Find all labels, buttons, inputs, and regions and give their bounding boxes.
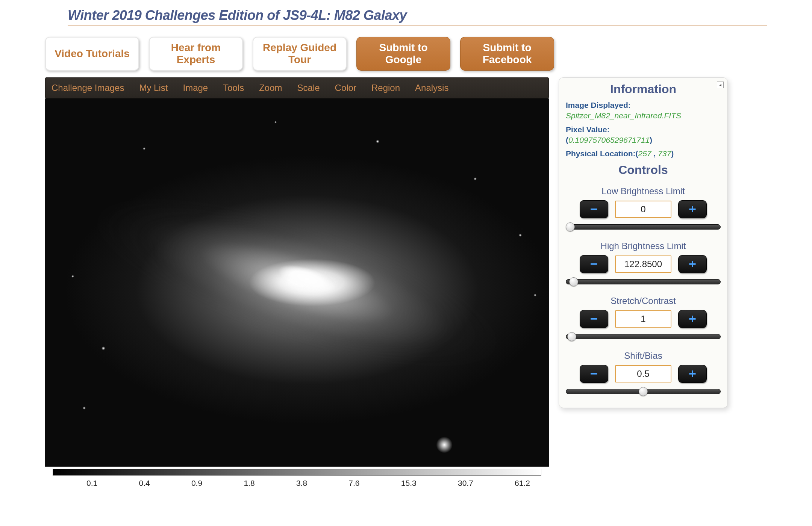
- low-brightness-minus-button[interactable]: −: [580, 200, 608, 218]
- high-brightness-minus-button[interactable]: −: [580, 255, 608, 273]
- image-displayed-value: Spitzer_M82_near_Infrared.FITS: [566, 111, 681, 120]
- tick-label: 7.6: [348, 479, 359, 488]
- low-brightness-plus-button[interactable]: +: [678, 200, 707, 218]
- menu-region[interactable]: Region: [371, 83, 400, 93]
- plus-icon: +: [689, 311, 696, 326]
- controls-heading: Controls: [566, 163, 721, 177]
- plus-icon: +: [689, 366, 696, 381]
- menu-image[interactable]: Image: [183, 83, 208, 93]
- action-button-row: Video Tutorials Hear from Experts Replay…: [45, 37, 767, 71]
- shift-bias-input[interactable]: [615, 365, 671, 382]
- plus-icon: +: [689, 257, 696, 271]
- low-brightness-label: Low Brightness Limit: [566, 186, 721, 196]
- tick-label: 0.9: [191, 479, 202, 488]
- pixel-value-row: Pixel Value: (0.10975706529671711): [566, 124, 721, 146]
- high-brightness-group: High Brightness Limit − +: [566, 241, 721, 286]
- low-brightness-group: Low Brightness Limit − +: [566, 186, 721, 231]
- tick-label: 0.1: [86, 479, 97, 488]
- star-icon: [83, 407, 86, 410]
- submit-to-facebook-button[interactable]: Submit to Facebook: [460, 37, 554, 71]
- high-brightness-slider[interactable]: [566, 278, 721, 286]
- minus-icon: −: [590, 311, 598, 326]
- tick-label: 61.2: [515, 479, 530, 488]
- plus-icon: +: [689, 202, 696, 216]
- hear-from-experts-button[interactable]: Hear from Experts: [149, 37, 243, 71]
- stretch-contrast-group: Stretch/Contrast − +: [566, 296, 721, 341]
- image-viewport[interactable]: [45, 98, 549, 467]
- image-displayed-row: Image Displayed: Spitzer_M82_near_Infrar…: [566, 100, 721, 121]
- colorbar: [53, 469, 541, 476]
- slider-track: [566, 334, 721, 339]
- menu-zoom[interactable]: Zoom: [259, 83, 282, 93]
- chevron-left-icon: ◂: [719, 82, 721, 88]
- minus-icon: −: [590, 202, 598, 216]
- tick-label: 3.8: [296, 479, 307, 488]
- tick-label: 1.8: [244, 479, 255, 488]
- slider-thumb[interactable]: [569, 277, 578, 286]
- stretch-contrast-input[interactable]: [615, 310, 671, 328]
- star-icon: [143, 147, 145, 150]
- minus-icon: −: [590, 366, 598, 381]
- title-underline: [68, 26, 767, 26]
- tick-label: 15.3: [401, 479, 417, 488]
- menu-my-list[interactable]: My List: [139, 83, 168, 93]
- colorbar-ticks: 0.1 0.4 0.9 1.8 3.8 7.6 15.3 30.7 61.2: [45, 476, 549, 488]
- menu-color[interactable]: Color: [335, 83, 356, 93]
- viewer-menubar: Challenge Images My List Image Tools Zoo…: [45, 77, 549, 98]
- pixel-value-label: Pixel Value:: [566, 125, 610, 134]
- high-brightness-label: High Brightness Limit: [566, 241, 721, 251]
- slider-thumb[interactable]: [567, 332, 576, 341]
- stretch-contrast-minus-button[interactable]: −: [580, 310, 608, 328]
- replay-guided-tour-button[interactable]: Replay Guided Tour: [253, 37, 347, 71]
- slider-thumb[interactable]: [639, 387, 648, 396]
- menu-scale[interactable]: Scale: [297, 83, 320, 93]
- stretch-contrast-slider[interactable]: [566, 333, 721, 341]
- star-icon: [102, 346, 105, 350]
- star-icon: [534, 294, 536, 296]
- menu-analysis[interactable]: Analysis: [415, 83, 448, 93]
- image-displayed-label: Image Displayed:: [566, 101, 631, 109]
- physical-location-x: 257: [638, 149, 651, 158]
- stretch-contrast-label: Stretch/Contrast: [566, 296, 721, 306]
- submit-to-google-button[interactable]: Submit to Google: [356, 37, 450, 71]
- low-brightness-input[interactable]: [615, 201, 671, 218]
- shift-bias-slider[interactable]: [566, 387, 721, 396]
- star-icon: [376, 140, 379, 143]
- star-icon: [436, 437, 453, 453]
- minus-icon: −: [590, 257, 598, 271]
- tick-label: 30.7: [458, 479, 473, 488]
- star-icon: [274, 121, 277, 123]
- slider-track: [566, 224, 721, 230]
- shift-bias-minus-button[interactable]: −: [580, 365, 608, 383]
- shift-bias-label: Shift/Bias: [566, 351, 721, 361]
- information-heading: Information: [566, 82, 721, 96]
- high-brightness-plus-button[interactable]: +: [678, 255, 707, 273]
- menu-tools[interactable]: Tools: [223, 83, 244, 93]
- star-icon: [519, 234, 522, 237]
- side-panel: ◂ Information Image Displayed: Spitzer_M…: [559, 77, 728, 408]
- physical-location-label: Physical Location:: [566, 149, 636, 158]
- video-tutorials-button[interactable]: Video Tutorials: [45, 37, 139, 71]
- physical-location-y: 737: [658, 149, 671, 158]
- star-icon: [71, 275, 74, 278]
- menu-challenge-images[interactable]: Challenge Images: [52, 83, 124, 93]
- page-title: Winter 2019 Challenges Edition of JS9-4L…: [68, 8, 767, 23]
- slider-thumb[interactable]: [566, 222, 575, 231]
- shift-bias-plus-button[interactable]: +: [678, 365, 707, 383]
- high-brightness-input[interactable]: [615, 255, 671, 273]
- viewer-column: Challenge Images My List Image Tools Zoo…: [45, 77, 549, 488]
- tick-label: 0.4: [139, 479, 150, 488]
- pixel-value-value: 0.10975706529671711: [568, 136, 650, 144]
- star-icon: [474, 177, 477, 180]
- slider-track: [566, 279, 721, 284]
- collapse-panel-button[interactable]: ◂: [717, 82, 724, 88]
- shift-bias-group: Shift/Bias − +: [566, 351, 721, 396]
- low-brightness-slider[interactable]: [566, 223, 721, 231]
- stretch-contrast-plus-button[interactable]: +: [678, 310, 707, 328]
- physical-location-row: Physical Location:(257 , 737): [566, 148, 721, 159]
